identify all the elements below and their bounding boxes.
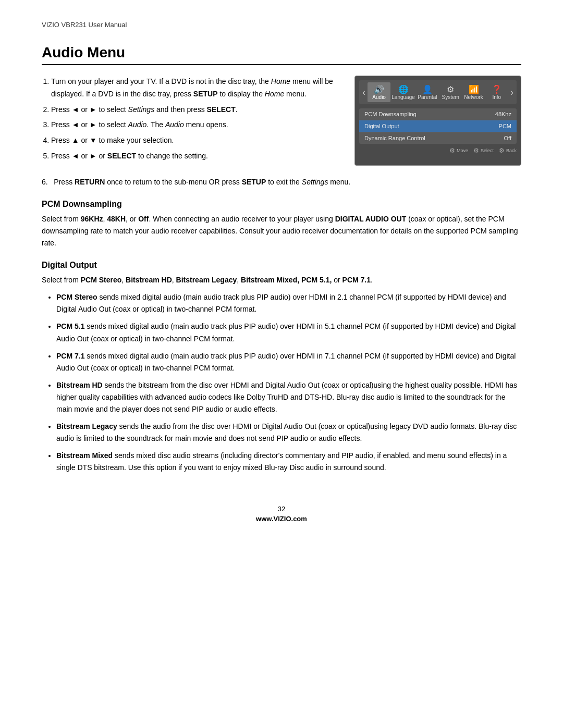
menu-tabs: ‹ 🔊 Audio 🌐 Language 👤 Parental ⚙ System… [359,80,517,104]
menu-footer: ⚙ Move ⚙ Select ⚙ Back [359,147,517,154]
digital-output-bullets: PCM Stereo sends mixed digital audio (ma… [42,291,521,474]
return-instruction: 6. Press RETURN once to return to the su… [42,176,521,188]
bullet-bitstream-mixed: Bitstream Mixed sends mixed disc audio s… [56,450,521,474]
row-value: Off [504,135,511,141]
footer-select: ⚙ Select [473,147,494,154]
step-4: Press ▲ or ▼ to make your selection. [51,134,344,147]
page-title: Audio Menu [42,44,521,65]
footer-move: ⚙ Move [449,147,468,154]
left-arrow-icon: ‹ [360,87,368,98]
step-1: Turn on your player and your TV. If a DV… [51,76,344,101]
network-icon: 📶 [463,84,484,94]
bullet-bitstream-hd: Bitstream HD sends the bitstream from th… [56,379,521,415]
page-number: 32 [42,505,521,513]
tab-audio: 🔊 Audio [368,82,390,102]
bullet-pcm-7-1: PCM 7.1 sends mixed digital audio (main … [56,350,521,374]
intro-section: Turn on your player and your TV. If a DV… [42,76,521,166]
footer-back: ⚙ Back [499,147,517,154]
tab-parental: 👤 Parental [416,82,439,102]
language-icon: 🌐 [391,84,415,94]
section-intro-digital-output: Select from PCM Stereo, Bitstream HD, Bi… [42,274,521,286]
footer-back-label: Back [506,148,517,153]
menu-screenshot: ‹ 🔊 Audio 🌐 Language 👤 Parental ⚙ System… [354,76,521,166]
step-3: Press ◄ or ► to select Audio. The Audio … [51,119,344,131]
row-value: 48Khz [495,111,511,117]
tab-system: ⚙ System [439,82,462,102]
menu-row-dynamic-range: Dynamic Range Control Off [359,132,517,144]
page-footer: 32 www.VIZIO.com [42,505,521,523]
footer-move-label: Move [457,148,468,153]
bullet-pcm-stereo: PCM Stereo sends mixed digital audio (ma… [56,291,521,315]
tab-info: ❓ Info [485,82,508,102]
website-url: www.VIZIO.com [256,515,307,523]
bullet-bitstream-legacy: Bitstream Legacy sends the audio from th… [56,421,521,445]
row-label: Dynamic Range Control [364,135,425,141]
move-icon: ⚙ [449,147,455,154]
section-body-pcm: Select from 96KHz, 48KH, or Off. When co… [42,213,521,249]
select-icon: ⚙ [473,147,479,154]
bullet-pcm-5-1: PCM 5.1 sends mixed digital audio (main … [56,320,521,344]
right-arrow-icon: › [508,87,516,98]
info-icon: ❓ [486,84,507,94]
audio-icon: 🔊 [369,84,389,94]
menu-rows: PCM Downsampling 48Khz Digital Output PC… [359,108,517,144]
row-value: PCM [499,123,511,129]
system-icon: ⚙ [440,84,461,94]
step-5: Press ◄ or ► or SELECT to change the set… [51,150,344,163]
document-header: VIZIO VBR231 User Manual [42,21,521,29]
tab-language: 🌐 Language [390,82,416,102]
section-title-digital-output: Digital Output [42,261,521,270]
row-label: Digital Output [364,123,399,129]
row-label: PCM Downsampling [364,111,417,117]
step-2: Press ◄ or ► to select Settings and then… [51,104,344,116]
tab-network: 📶 Network [462,82,485,102]
section-title-pcm: PCM Downsampling [42,200,521,209]
intro-steps: Turn on your player and your TV. If a DV… [42,76,344,166]
footer-select-label: Select [481,148,494,153]
menu-row-pcm-downsampling: PCM Downsampling 48Khz [359,108,517,120]
menu-row-digital-output: Digital Output PCM [359,120,517,132]
back-icon: ⚙ [499,147,505,154]
parental-icon: 👤 [417,84,438,94]
